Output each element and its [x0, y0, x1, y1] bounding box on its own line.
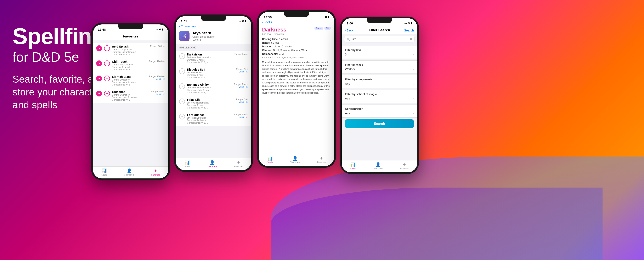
characters-tab-label: Characters [373, 167, 383, 170]
chevron-right-icon: › [413, 53, 414, 56]
character-details: Arya Stark Class: Blood Hunter Level: 5 [192, 31, 214, 41]
spell-details: Duration: 24 hours [187, 119, 232, 122]
star-icon: ★ [96, 60, 102, 66]
spell-item[interactable]: ★ + Eldritch Blast Cantrip Evocation Dur… [93, 73, 168, 88]
nav-search-action[interactable]: Search [404, 28, 414, 32]
spells-tab-icon: 📊 [102, 168, 107, 173]
notch-4 [367, 18, 392, 23]
spells-tab-icon: 📊 [184, 160, 190, 165]
spell-item[interactable]: ★ Darkvision 2nd-level Transmutation Dur… [176, 51, 251, 66]
spell-range: Range: TouchConc. Rit. [151, 90, 165, 95]
spell-info: Acid Splash Cantrip Conjuration Duration… [112, 45, 148, 56]
tab-favorites-4[interactable]: ✦ Favorites [400, 162, 409, 170]
phone-inner-3: 12:59 ▪▪▪ ⊕ ▮ ‹ Spells Darkness Conc. Ri… [259, 12, 334, 166]
characters-content: ⚔ Arya Stark Class: Blood Hunter Level: … [176, 28, 251, 158]
star-empty-icon: ★ [179, 114, 185, 120]
duration-stat: Duration: Up to 10 minutes [262, 45, 331, 48]
notch-1 [118, 24, 143, 29]
phone-darkness: 12:59 ▪▪▪ ⊕ ▮ ‹ Spells Darkness Conc. Ri… [257, 10, 336, 168]
star-empty-icon: ★ [179, 83, 185, 89]
spell-description: Magical darkness spreads from a point yo… [262, 60, 331, 95]
spell-info: Enhance Ability 2nd-level Transmutation … [187, 83, 232, 94]
filter-class-value[interactable]: Warlock › [345, 67, 414, 71]
plus-icon[interactable]: + [104, 60, 110, 66]
rit-badge: Rit. [162, 78, 165, 80]
nav-title-4: Filter Search [369, 28, 390, 32]
filter-class-section: Filter by class Warlock › [342, 60, 417, 74]
favorites-tab-label: Favorites [317, 161, 326, 163]
character-class: Class: Blood Hunter [192, 35, 214, 38]
spells-tab-label: Spells [102, 174, 107, 176]
spells-tab-icon: 📊 [350, 162, 356, 167]
back-button-3[interactable]: ‹ Spells [262, 20, 272, 24]
tab-characters-1[interactable]: 👤 Characters [124, 168, 134, 176]
notch-3 [284, 12, 309, 17]
spell-type: 1st-level Necromancy [187, 102, 234, 104]
filter-concentration-value[interactable]: Any › [345, 112, 414, 115]
spell-item[interactable]: ★ Disguise Self 1st-level Illusion Durat… [176, 66, 251, 81]
filter-school-label: Filter by school of magic [345, 93, 414, 96]
tab-spells-4[interactable]: 📊 Spells [350, 162, 356, 170]
spell-item[interactable]: ★ + Chill Touch Cantrip Necromancy Durat… [93, 58, 168, 73]
plus-icon[interactable]: + [104, 91, 110, 97]
filter-content: 🔍 Fire ✕ Filter by level 3 › Filter by c… [342, 34, 417, 160]
spells-tab-label: Spells [350, 167, 356, 170]
conc-badge: Conc. [239, 101, 244, 103]
spell-components: Components: V, S, M [187, 106, 234, 109]
spell-name: Chill Touch [112, 60, 147, 63]
spell-info: Eldritch Blast Cantrip Evocation Duratio… [112, 75, 147, 86]
plus-icon[interactable]: + [104, 45, 110, 51]
spell-details: Duration: Instantaneous [112, 81, 147, 83]
filter-components-value[interactable]: Any › [345, 82, 414, 86]
spell-type: Cantrip Necromancy [112, 63, 147, 66]
characters-tab-label: Characters [124, 174, 134, 176]
battery-icon: ▮ [411, 22, 412, 25]
spell-item[interactable]: ★ Forbiddance 6th-level Abjuration Durat… [176, 111, 251, 126]
tab-characters-3[interactable]: 👤 Characters [290, 156, 300, 163]
search-button[interactable]: Search [345, 119, 414, 128]
tab-spells-3[interactable]: 📊 Spells [267, 156, 273, 163]
spell-range: Range: 120 feetConc. Rit. [149, 75, 165, 80]
filter-level-value[interactable]: 3 › [345, 53, 414, 56]
search-bar[interactable]: 🔍 Fire ✕ [344, 36, 415, 42]
tab-favorites-1[interactable]: ✦ Favorites [151, 168, 160, 176]
material-text: Bat fur and a drop of pitch or piece of … [262, 56, 331, 59]
spell-components: Components: V, S [112, 83, 147, 86]
star-empty-icon: ★ [179, 99, 185, 104]
nav-bar-3: ‹ Spells [259, 20, 334, 24]
character-name: Arya Stark [192, 31, 214, 35]
spell-item[interactable]: ★ + Acid Splash Cantrip Conjuration Dura… [93, 43, 168, 58]
favorites-content: ★ + Acid Splash Cantrip Conjuration Dura… [93, 40, 168, 166]
favorites-list: ★ + Acid Splash Cantrip Conjuration Dura… [93, 43, 168, 103]
classes-stat: Classes: Druid, Sorcerer, Warlock, Wizar… [262, 49, 331, 52]
characters-tab-label: Characters [207, 165, 217, 168]
spell-item[interactable]: ★ False Life 1st-level Necromancy Durati… [176, 96, 251, 111]
tab-characters-2[interactable]: 👤 Characters [207, 160, 217, 168]
components-value-text: Any [345, 82, 350, 86]
plus-icon[interactable]: + [104, 76, 110, 81]
phone-filter: 1:00 ▪▪▪ ⊕ ▮ ‹ Back Filter Search Search… [340, 16, 419, 174]
tab-characters-4[interactable]: 👤 Characters [373, 162, 383, 170]
spell-components: Components: V, S [112, 68, 147, 71]
tab-favorites-2[interactable]: ✦ Favorites [234, 160, 243, 168]
tab-spells-2[interactable]: 📊 Spells [184, 160, 190, 168]
spell-range: Range: SelfConc. Rit. [236, 98, 248, 103]
status-icons-1: ▪▪▪ ⊕ ▮ [156, 28, 164, 31]
phone-characters: 1:01 ▪▪▪ ⊕ ▮ ‹ Characters ⚔ Arya Stark C… [174, 14, 253, 172]
search-input-text[interactable]: Fire [352, 37, 356, 41]
spell-item[interactable]: ★ + Guidance Cantrip Divination Duration… [93, 88, 168, 103]
spell-details: Duration: Up to 1 hour [187, 89, 232, 91]
spell-item[interactable]: ★ Enhance Ability 2nd-level Transmutatio… [176, 81, 251, 96]
favorites-tab-icon: ✦ [154, 168, 157, 173]
clear-search-icon[interactable]: ✕ [410, 38, 412, 41]
spell-components: Components: V, S [112, 53, 148, 56]
spell-info: False Life 1st-level Necromancy Duration… [187, 98, 234, 109]
tab-spells-1[interactable]: 📊 Spells [102, 168, 107, 176]
rit-badge: Rit. [245, 101, 248, 103]
conc-badge: Conc. [239, 71, 244, 73]
back-button-2[interactable]: ‹ Characters [179, 24, 196, 28]
back-button-4[interactable]: ‹ Back [345, 28, 353, 32]
spells-tab-label: Spells [267, 161, 273, 163]
tab-favorites-3[interactable]: ✦ Favorites [317, 156, 326, 163]
filter-school-value[interactable]: Any › [345, 97, 414, 100]
